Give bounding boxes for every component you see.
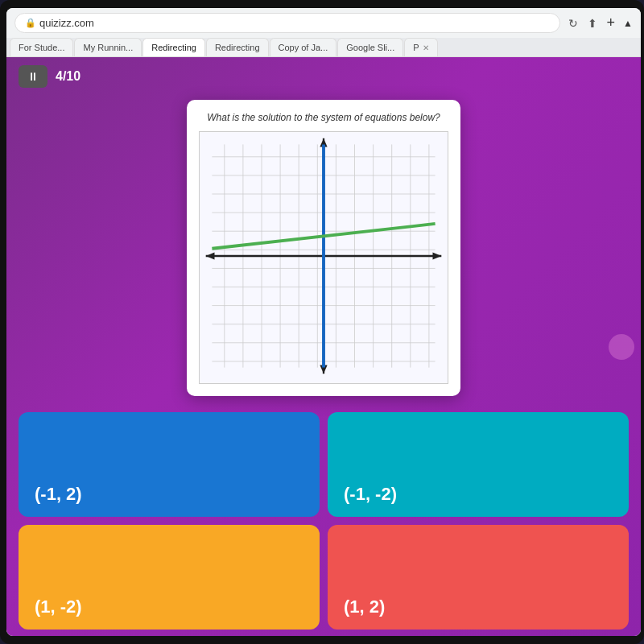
svg-marker-29	[206, 252, 215, 259]
tab-close-icon[interactable]: ✕	[423, 43, 429, 52]
share-button[interactable]: ⬆	[586, 15, 599, 31]
device-frame: 🔒 quizizz.com ↻ ⬆ + ▲ For Stude...My Run…	[0, 0, 644, 644]
lock-icon: 🔒	[25, 18, 36, 28]
browser-tab-2[interactable]: Redirecting	[142, 38, 205, 56]
browser-tab-3[interactable]: Redirecting	[206, 38, 269, 56]
progress-indicator: 4/10	[56, 69, 80, 84]
answer-label-2: (-1, -2)	[344, 484, 397, 505]
answer-label-3: (1, -2)	[35, 597, 82, 617]
tabs-row: For Stude...My Runnin...RedirectingRedir…	[6, 38, 641, 56]
new-tab-button[interactable]: +	[605, 13, 617, 33]
browser-tab-1[interactable]: My Runnin...	[74, 38, 142, 56]
pause-button[interactable]: ⏸	[19, 65, 47, 88]
question-text: What is the solution to the system of eq…	[199, 112, 448, 123]
browser-chrome: 🔒 quizizz.com ↻ ⬆ + ▲ For Stude...My Run…	[6, 8, 641, 57]
answer-label-1: (-1, 2)	[35, 484, 82, 505]
quiz-controls: ⏸ 4/10	[19, 65, 80, 88]
svg-marker-27	[433, 252, 442, 259]
answer-card-4[interactable]: (1, 2)	[328, 525, 629, 630]
url-text: quizizz.com	[39, 17, 94, 29]
screen: 🔒 quizizz.com ↻ ⬆ + ▲ For Stude...My Run…	[6, 8, 641, 636]
answer-card-3[interactable]: (1, -2)	[19, 525, 320, 630]
answer-card-2[interactable]: (-1, -2)	[328, 412, 629, 517]
browser-tab-5[interactable]: Google Sli...	[337, 38, 403, 56]
sidebar-toggle-button[interactable]	[609, 334, 634, 360]
browser-tab-0[interactable]: For Stude...	[10, 38, 73, 56]
answer-label-4: (1, 2)	[344, 597, 385, 617]
quizizz-area: ⏸ 4/10 What is the solution to the syste…	[6, 57, 641, 636]
address-bar[interactable]: 🔒 quizizz.com	[14, 13, 560, 33]
browser-tab-4[interactable]: Copy of Ja...	[270, 38, 337, 56]
address-bar-row: 🔒 quizizz.com ↻ ⬆ + ▲	[6, 8, 641, 38]
reload-button[interactable]: ↻	[567, 15, 580, 31]
wifi-icon: ▲	[623, 18, 633, 29]
answer-card-1[interactable]: (-1, 2)	[19, 412, 320, 517]
question-card: What is the solution to the system of eq…	[187, 100, 460, 396]
graph-container	[199, 131, 448, 384]
answer-grid: (-1, 2) (-1, -2) (1, -2) (1, 2)	[19, 412, 629, 630]
browser-tab-6[interactable]: P✕	[404, 38, 437, 56]
